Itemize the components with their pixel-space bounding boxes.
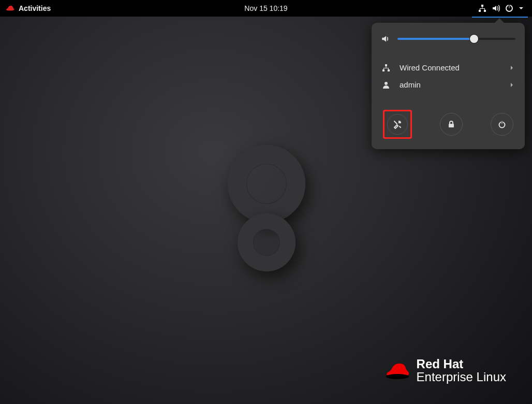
power-icon (498, 120, 506, 128)
svg-rect-12 (501, 121, 503, 124)
wallpaper-figure-8 (228, 136, 305, 281)
network-wired-icon (478, 4, 486, 12)
svg-rect-8 (388, 69, 390, 71)
user-menu-item[interactable]: admin (381, 76, 515, 93)
branding-line2: Enterprise Linux (417, 370, 506, 383)
user-label: admin (400, 80, 421, 89)
settings-tools-icon (393, 120, 402, 129)
datetime-label: Nov 15 10:19 (244, 4, 287, 12)
activities-label: Activities (19, 4, 51, 12)
status-area-active-indicator (472, 17, 528, 18)
svg-rect-2 (484, 10, 486, 12)
branding-line1: Red Hat (417, 357, 506, 370)
lock-icon (447, 120, 455, 128)
svg-rect-1 (479, 10, 481, 12)
svg-rect-7 (382, 69, 385, 71)
chevron-right-icon (509, 82, 514, 88)
svg-rect-10 (449, 124, 454, 127)
topbar-left: Activities (5, 4, 51, 12)
volume-icon (381, 34, 390, 44)
network-menu-item[interactable]: Wired Connected (381, 59, 515, 76)
activities-button[interactable]: Activities (5, 4, 51, 12)
top-bar: Activities Nov 15 10:19 (0, 0, 532, 17)
volume-slider[interactable] (397, 38, 515, 40)
user-icon (382, 81, 390, 89)
volume-row (381, 34, 515, 44)
svg-rect-6 (385, 64, 387, 66)
svg-rect-0 (481, 5, 483, 7)
fedora-hat-icon (5, 5, 14, 12)
system-menu-popover: Wired Connected admin (372, 23, 525, 149)
redhat-logo-icon (383, 360, 409, 381)
power-icon (505, 4, 513, 12)
volume-icon (492, 4, 500, 12)
svg-point-5 (386, 374, 409, 379)
os-branding: Red Hat Enterprise Linux (383, 357, 506, 383)
action-buttons-row (381, 110, 515, 139)
status-area[interactable] (478, 4, 527, 12)
settings-button[interactable] (383, 110, 412, 139)
lock-button[interactable] (440, 113, 463, 136)
network-label: Wired Connected (400, 63, 460, 72)
clock[interactable]: Nov 15 10:19 (244, 4, 287, 12)
power-button[interactable] (491, 113, 513, 136)
svg-point-9 (385, 82, 388, 85)
chevron-right-icon (509, 65, 514, 70)
chevron-down-icon (519, 6, 524, 11)
svg-rect-4 (509, 5, 510, 8)
network-wired-icon (382, 64, 390, 72)
